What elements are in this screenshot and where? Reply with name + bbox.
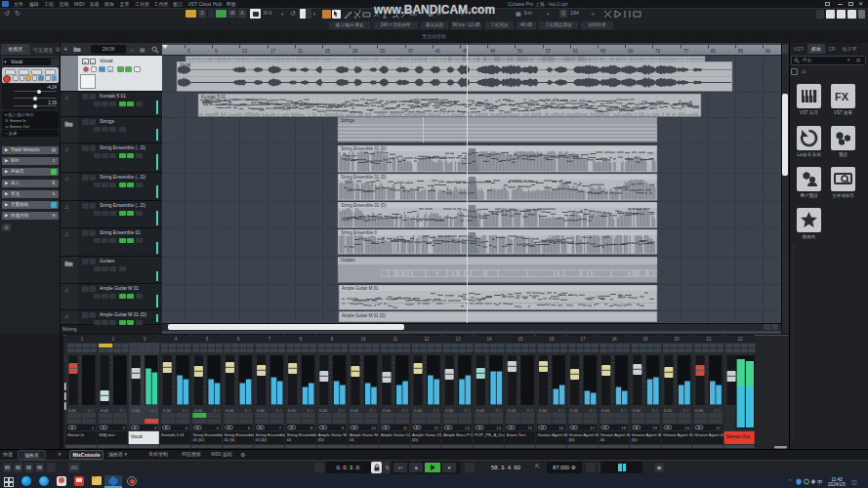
svg-text:-8.2: -8.2 bbox=[557, 408, 564, 413]
svg-text:0.00: 0.00 bbox=[633, 408, 641, 413]
svg-text:0.00: 0.00 bbox=[570, 408, 579, 413]
svg-text:Snare Test: Snare Test bbox=[506, 432, 526, 437]
svg-text:11: 11 bbox=[393, 337, 398, 342]
svg-text:0.00: 0.00 bbox=[194, 408, 203, 413]
svg-text:20: 20 bbox=[684, 426, 689, 430]
svg-text:9: 9 bbox=[215, 49, 218, 54]
svg-text:16: 16 bbox=[558, 426, 563, 430]
svg-text:FX: FX bbox=[835, 91, 849, 102]
svg-text:-8.2: -8.2 bbox=[212, 408, 220, 413]
svg-text:Kontakt 5 01: Kontakt 5 01 bbox=[201, 95, 227, 100]
svg-text:01 (5): 01 (5) bbox=[225, 437, 236, 442]
svg-text:Groove Agent SE: Groove Agent SE bbox=[663, 432, 695, 437]
svg-text:-8.2: -8.2 bbox=[619, 408, 627, 413]
svg-text:33: 33 bbox=[380, 49, 386, 54]
svg-text:Vocal: Vocal bbox=[131, 433, 143, 439]
svg-text:19: 19 bbox=[652, 426, 657, 430]
svg-text:18: 18 bbox=[621, 426, 626, 430]
svg-text:12: 12 bbox=[434, 426, 438, 430]
svg-text:混响-mst: 混响-mst bbox=[99, 432, 115, 437]
svg-text:0.00: 0.00 bbox=[163, 408, 172, 413]
svg-text:0.00: 0.00 bbox=[319, 408, 328, 413]
svg-text:0.00: 0.00 bbox=[695, 408, 704, 413]
svg-text:15: 15 bbox=[527, 426, 532, 430]
svg-text:0.00: 0.00 bbox=[601, 408, 610, 413]
svg-text:61: 61 bbox=[573, 49, 579, 54]
svg-text:-8.2: -8.2 bbox=[243, 408, 251, 413]
svg-text:65: 65 bbox=[600, 49, 606, 54]
svg-text:0.00: 0.00 bbox=[414, 408, 423, 413]
svg-text:Strings: Strings bbox=[341, 118, 355, 123]
svg-text:Kontakt 5 01: Kontakt 5 01 bbox=[161, 432, 185, 437]
svg-text:(D): (D) bbox=[632, 437, 638, 442]
svg-text:-8.2: -8.2 bbox=[337, 408, 345, 413]
svg-text:15: 15 bbox=[517, 337, 523, 342]
svg-text:-8.2: -8.2 bbox=[525, 408, 533, 413]
svg-text:69: 69 bbox=[628, 49, 634, 54]
svg-text:Groove Agent SE: Groove Agent SE bbox=[600, 432, 633, 437]
svg-text:57: 57 bbox=[546, 49, 552, 54]
svg-text:0.00: 0.00 bbox=[476, 408, 485, 413]
svg-text:13: 13 bbox=[455, 337, 461, 342]
svg-text:37: 37 bbox=[408, 49, 414, 54]
svg-text:-8.2: -8.2 bbox=[149, 408, 157, 413]
svg-text:Stereo In: Stereo In bbox=[67, 432, 85, 437]
svg-text:21: 21 bbox=[716, 426, 721, 430]
svg-text:-8.2: -8.2 bbox=[274, 408, 282, 413]
svg-text:18: 18 bbox=[611, 337, 617, 342]
svg-text:13: 13 bbox=[242, 49, 248, 54]
svg-text:21: 21 bbox=[706, 337, 712, 342]
svg-text:13: 13 bbox=[465, 426, 470, 430]
svg-text:-8.2: -8.2 bbox=[494, 408, 502, 413]
svg-text:Ample Guitar M 01: Ample Guitar M 01 bbox=[342, 286, 379, 291]
svg-text:0.00: 0.00 bbox=[664, 408, 673, 413]
svg-text:0.00: 0.00 bbox=[68, 408, 77, 413]
svg-text:49: 49 bbox=[490, 49, 496, 54]
svg-text:-8.2: -8.2 bbox=[86, 408, 94, 413]
svg-text:Stereo Out: Stereo Out bbox=[726, 433, 751, 439]
svg-text:(D): (D) bbox=[569, 437, 575, 442]
svg-text:01: 01 bbox=[287, 437, 292, 442]
svg-text:16: 16 bbox=[549, 337, 555, 342]
svg-text:5: 5 bbox=[187, 49, 190, 54]
svg-text:-8.2: -8.2 bbox=[588, 408, 596, 413]
svg-text:-8.2: -8.2 bbox=[118, 408, 126, 413]
svg-text:11: 11 bbox=[403, 426, 408, 430]
svg-text:19: 19 bbox=[642, 337, 648, 342]
svg-text:01 (D): 01 (D) bbox=[256, 437, 268, 442]
svg-text:10: 10 bbox=[371, 426, 376, 430]
svg-text:-8.2: -8.2 bbox=[713, 408, 721, 413]
svg-text:14: 14 bbox=[486, 337, 492, 342]
svg-text:14: 14 bbox=[496, 426, 501, 430]
svg-text:Guitars: Guitars bbox=[341, 258, 355, 263]
svg-text:String Ensemble: String Ensemble bbox=[287, 432, 317, 437]
svg-text:-8.2: -8.2 bbox=[181, 408, 188, 413]
svg-text:25: 25 bbox=[325, 49, 331, 54]
svg-text:20: 20 bbox=[674, 337, 680, 342]
svg-text:17: 17 bbox=[270, 49, 276, 54]
svg-text:0.00: 0.00 bbox=[101, 408, 109, 413]
svg-text:Ample Guitar 01: Ample Guitar 01 bbox=[381, 432, 411, 437]
svg-text:0.00: 0.00 bbox=[132, 408, 141, 413]
svg-text:www.BANDICAM.com: www.BANDICAM.com bbox=[373, 3, 495, 17]
svg-text:0.00: 0.00 bbox=[539, 408, 548, 413]
svg-text:53: 53 bbox=[517, 49, 523, 54]
svg-text:10: 10 bbox=[360, 337, 366, 342]
svg-text:-8.2: -8.2 bbox=[682, 408, 689, 413]
svg-text:29: 29 bbox=[352, 49, 358, 54]
svg-text:12: 12 bbox=[424, 337, 430, 342]
svg-text:Groove Agent 01: Groove Agent 01 bbox=[694, 432, 725, 437]
svg-text:-8.2: -8.2 bbox=[463, 408, 471, 413]
svg-text:(D): (D) bbox=[318, 437, 324, 442]
svg-text:81: 81 bbox=[711, 49, 717, 54]
svg-text:(D): (D) bbox=[412, 437, 418, 442]
svg-text:85: 85 bbox=[738, 49, 744, 54]
svg-text:89: 89 bbox=[765, 49, 771, 54]
svg-text:-8.2: -8.2 bbox=[650, 408, 658, 413]
svg-text:-8.2: -8.2 bbox=[306, 408, 313, 413]
svg-text:0.00: 0.00 bbox=[226, 408, 234, 413]
svg-text:0.00: 0.00 bbox=[383, 408, 392, 413]
svg-text:String Ensemble 0: String Ensemble 0 bbox=[341, 230, 377, 235]
svg-text:22: 22 bbox=[737, 337, 743, 342]
svg-text:Ample Guitar M 01 (D): Ample Guitar M 01 (D) bbox=[342, 313, 387, 318]
